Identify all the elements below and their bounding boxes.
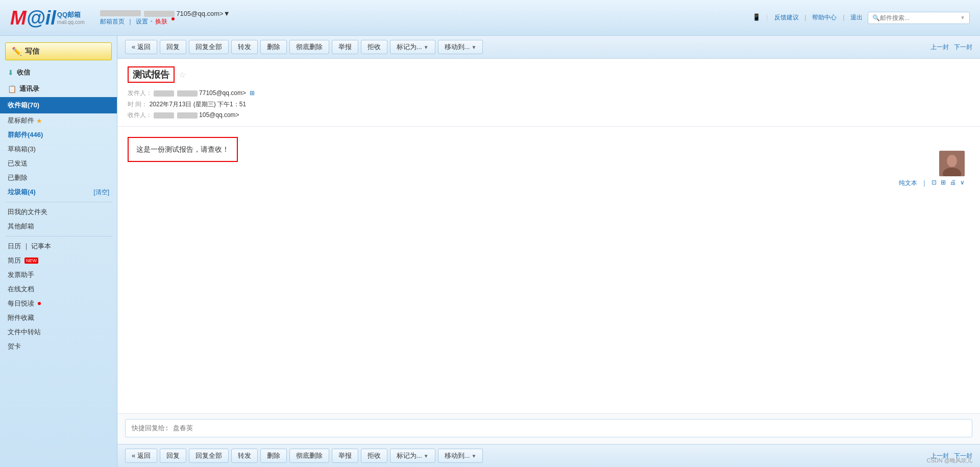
top-toolbar: « 返回 回复 回复全部 转发 删除 彻底删除 举报 拒收 标记为... ▼ 移… xyxy=(117,36,980,59)
sidebar-item-calendar[interactable]: 日历 ｜ 记事本 xyxy=(0,239,117,253)
email-star-button[interactable]: ☆ xyxy=(179,70,186,80)
inbox-action-label: 收信 xyxy=(17,68,30,77)
trash-clear-link[interactable]: [清空] xyxy=(93,188,109,197)
sidebar-item-sent[interactable]: 已发送 xyxy=(0,156,117,171)
mobile-icon: 📱 xyxy=(752,13,761,21)
user-email-suffix[interactable]: 7105@qq.com>▼ xyxy=(176,10,230,17)
sidebar-item-other-mailbox[interactable]: 其他邮箱 xyxy=(0,219,117,233)
sidebar-item-docs[interactable]: 在线文档 xyxy=(0,282,117,296)
feedback-link[interactable]: 反馈建议 xyxy=(774,14,799,21)
sender-row: 发件人： 77105@qq.com> ⊞ xyxy=(128,88,970,99)
bottom-delete-button[interactable]: 删除 xyxy=(260,449,287,463)
search-box[interactable]: 🔍 ▼ xyxy=(868,12,970,24)
header-right: 📱 ｜ 反馈建议 ｜ 帮助中心 ｜ 退出 🔍 ▼ xyxy=(752,12,970,24)
email-subject-row: 测试报告 ☆ xyxy=(128,66,970,83)
bottom-reject-button[interactable]: 拒收 xyxy=(361,449,387,463)
nav-settings-link[interactable]: 设置 xyxy=(136,17,148,26)
sidebar-item-group[interactable]: 群邮件(446) xyxy=(0,128,117,142)
sender-name-blurred xyxy=(154,90,174,97)
email-content: « 返回 回复 回复全部 转发 删除 彻底删除 举报 拒收 标记为... ▼ 移… xyxy=(117,36,980,467)
email-view: 测试报告 ☆ 发件人： 77105@qq.com> ⊞ 时 间： 2022年7月… xyxy=(117,59,980,467)
move-to-button[interactable]: 移动到... ▼ xyxy=(438,40,483,54)
sidebar-item-daily-read[interactable]: 每日悦读 xyxy=(0,296,117,311)
sender-email-suffix: 77105@qq.com> xyxy=(199,89,246,97)
docs-label: 在线文档 xyxy=(8,285,34,294)
bottom-move-to-button[interactable]: 移动到... ▼ xyxy=(438,449,483,463)
bottom-reply-button[interactable]: 回复 xyxy=(160,449,186,463)
plain-text-link[interactable]: 纯文本 xyxy=(899,179,917,188)
header: M@il QQ邮箱 mail.qq.com 7105@qq.com>▼ 邮箱首页… xyxy=(0,0,980,36)
bottom-toolbar: « 返回 回复 回复全部 转发 删除 彻底删除 举报 拒收 标记为... ▼ 移… xyxy=(117,444,980,467)
prev-email-link[interactable]: 上一封 xyxy=(930,43,949,52)
bottom-report-button[interactable]: 举报 xyxy=(332,449,358,463)
sidebar-item-trash[interactable]: 垃圾箱(4) [清空] xyxy=(0,185,117,199)
sidebar-item-contacts[interactable]: 📋 通讯录 xyxy=(0,81,117,97)
bottom-delete-permanent-button[interactable]: 彻底删除 xyxy=(289,449,329,463)
expand-icon[interactable]: ∨ xyxy=(960,179,965,188)
resume-new-badge: NEW xyxy=(24,258,38,264)
header-nav-links: 邮箱首页 ｜ 设置 - 换肤 xyxy=(100,17,230,26)
print-icon[interactable]: 🖨 xyxy=(950,179,956,188)
nav-skin-link[interactable]: 换肤 xyxy=(155,17,167,26)
compose-button[interactable]: ✏️ 写信 xyxy=(5,42,112,60)
reject-button[interactable]: 拒收 xyxy=(361,40,387,54)
copy-sender-icon[interactable]: ⊞ xyxy=(250,89,255,97)
email-meta: 发件人： 77105@qq.com> ⊞ 时 间： 2022年7月13日 (星期… xyxy=(128,88,970,121)
notes-sep: ｜ xyxy=(23,242,32,250)
footer-credit-text: CSDN @晚风吹儿 xyxy=(927,457,972,463)
nav-home-link[interactable]: 邮箱首页 xyxy=(100,17,125,26)
sidebar-item-resume[interactable]: 简历 NEW xyxy=(0,253,117,268)
bottom-back-button[interactable]: « 返回 xyxy=(125,449,157,463)
sidebar-item-attachment-collect[interactable]: 附件收藏 xyxy=(0,311,117,325)
sidebar-item-starred[interactable]: 星标邮件 ★ xyxy=(0,113,117,128)
next-email-link[interactable]: 下一封 xyxy=(954,43,972,52)
email-view-actions: 纯文本 ｜ ⊡ ⊞ 🖨 ∨ xyxy=(899,179,965,188)
bottom-forward-button[interactable]: 转发 xyxy=(231,449,258,463)
reply-all-button[interactable]: 回复全部 xyxy=(189,40,229,54)
sidebar-item-inbox-folder[interactable]: 收件箱(70) xyxy=(0,97,117,113)
sidebar-item-drafts[interactable]: 草稿箱(3) xyxy=(0,142,117,156)
main-layout: ✏️ 写信 ⬇ 收信 📋 通讯录 收件箱(70) 星标邮件 ★ 群邮件(446)… xyxy=(0,36,980,467)
header-user-email: 7105@qq.com>▼ xyxy=(100,10,230,17)
sidebar-item-my-folders[interactable]: 田我的文件夹 xyxy=(0,205,117,219)
email-subject: 测试报告 xyxy=(128,66,175,83)
greeting-card-label: 贺卡 xyxy=(8,342,21,351)
receiver-row: 收件人： 105@qq.com> xyxy=(128,110,970,121)
bottom-mark-as-button[interactable]: 标记为... ▼ xyxy=(390,449,435,463)
copy-email-icon[interactable]: ⊡ xyxy=(932,179,937,188)
email-body-section: 这是一份测试报告，请查收！ xyxy=(117,127,980,413)
search-input[interactable] xyxy=(880,14,960,21)
forward-button[interactable]: 转发 xyxy=(231,40,258,54)
contacts-label: 通讯录 xyxy=(19,84,39,94)
starred-label: 星标邮件 xyxy=(8,116,34,125)
sidebar-item-invoice[interactable]: 发票助手 xyxy=(0,268,117,282)
sidebar-item-inbox-action[interactable]: ⬇ 收信 xyxy=(0,64,117,81)
header-right-links: 📱 ｜ 反馈建议 ｜ 帮助中心 ｜ 退出 xyxy=(752,13,863,22)
copy-email-icon2[interactable]: ⊞ xyxy=(941,179,946,188)
sidebar-item-deleted[interactable]: 已删除 xyxy=(0,171,117,185)
time-value: 2022年7月13日 (星期三) 下午1：51 xyxy=(150,101,246,108)
sidebar-item-file-transfer[interactable]: 文件中转站 xyxy=(0,325,117,339)
search-dropdown-icon[interactable]: ▼ xyxy=(960,15,965,20)
delete-button[interactable]: 删除 xyxy=(260,40,287,54)
logo-m-letter: M xyxy=(10,7,27,29)
receiver-email-prefix-blurred xyxy=(177,112,198,119)
sidebar-item-greeting-card[interactable]: 贺卡 xyxy=(0,339,117,354)
trash-label: 垃圾箱(4) xyxy=(8,188,36,197)
report-button[interactable]: 举报 xyxy=(332,40,358,54)
reply-button[interactable]: 回复 xyxy=(160,40,186,54)
resume-label: 简历 xyxy=(8,256,21,265)
logout-link[interactable]: 退出 xyxy=(850,14,863,21)
email-header-section: 测试报告 ☆ 发件人： 77105@qq.com> ⊞ 时 间： 2022年7月… xyxy=(117,59,980,127)
help-sep: ｜ xyxy=(802,14,810,21)
calendar-label: 日历 ｜ 记事本 xyxy=(8,242,51,251)
quick-reply-input[interactable] xyxy=(125,419,972,437)
help-link[interactable]: 帮助中心 xyxy=(812,14,837,21)
back-button[interactable]: « 返回 xyxy=(125,40,157,54)
logo-qq-label: QQ邮箱 xyxy=(57,10,85,19)
bottom-reply-all-button[interactable]: 回复全部 xyxy=(189,449,229,463)
delete-permanent-button[interactable]: 彻底删除 xyxy=(289,40,329,54)
move-to-label: 移动到... xyxy=(445,42,470,52)
mark-as-button[interactable]: 标记为... ▼ xyxy=(390,40,435,54)
header-user-area: 7105@qq.com>▼ 邮箱首页 ｜ 设置 - 换肤 xyxy=(100,10,230,26)
